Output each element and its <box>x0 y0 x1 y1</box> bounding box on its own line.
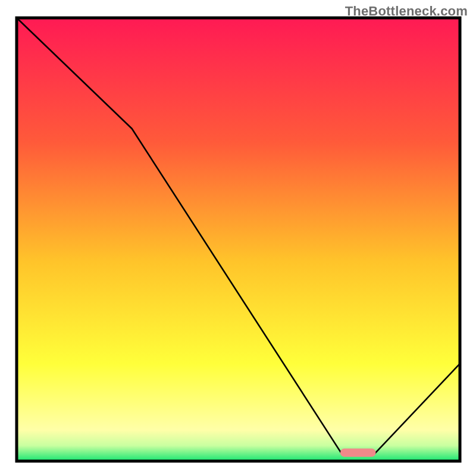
optimal-range-marker <box>340 449 376 457</box>
bottleneck-chart <box>0 0 476 476</box>
chart-plot-area <box>17 18 460 461</box>
